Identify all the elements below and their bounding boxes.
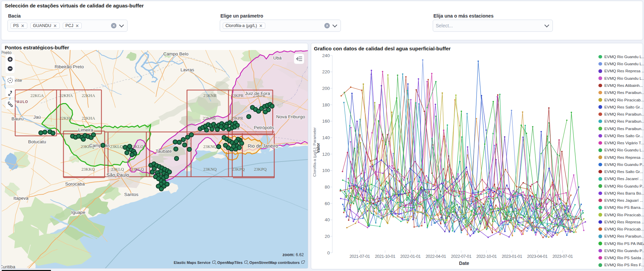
svg-text:Limeira: Limeira	[78, 127, 93, 132]
svg-text:40: 40	[325, 217, 330, 222]
svg-text:zoom: 6.62: zoom: 6.62	[283, 252, 304, 257]
svg-text:120: 120	[322, 152, 330, 157]
svg-text:220: 220	[322, 69, 330, 74]
svg-text:23KNQ: 23KNQ	[203, 144, 217, 149]
svg-text:20: 20	[325, 234, 330, 239]
svg-text:60: 60	[325, 201, 330, 206]
svg-text:Campo Belo: Campo Belo	[163, 51, 188, 56]
svg-text:23KPQ: 23KPQ	[254, 167, 267, 172]
svg-text:Juiz de Fora: Juiz de Fora	[245, 91, 270, 96]
svg-text:160: 160	[322, 119, 330, 124]
svg-text:Bauru: Bauru	[11, 116, 24, 121]
svg-text:23KPR: 23KPR	[231, 116, 243, 121]
svg-text:23KLQ: 23KLQ	[110, 144, 123, 149]
svg-text:PAULO: PAULO	[15, 100, 28, 104]
svg-text:100: 100	[322, 168, 330, 173]
svg-text:Valor: Valor	[316, 143, 321, 153]
svg-text:80: 80	[325, 184, 330, 190]
svg-text:2022-07-01: 2022-07-01	[451, 254, 472, 259]
svg-text:Ribeirão Preto: Ribeirão Preto	[55, 64, 84, 69]
svg-text:2023-04-01: 2023-04-01	[527, 254, 548, 259]
svg-text:140: 140	[322, 135, 330, 140]
svg-text:2022-01-01: 2022-01-01	[400, 254, 421, 259]
svg-text:23KNR: 23KNR	[204, 93, 217, 98]
svg-text:Botucatu: Botucatu	[28, 139, 46, 144]
svg-text:Curitiba: Curitiba	[1, 264, 16, 268]
svg-text:22KHA: 22KHA	[59, 116, 73, 121]
svg-text:Itapeva: Itapeva	[14, 196, 29, 201]
svg-text:22KGA: 22KGA	[30, 93, 44, 98]
svg-text:2023-01-01: 2023-01-01	[502, 254, 522, 259]
svg-text:0: 0	[327, 250, 330, 255]
svg-text:2021-07-01: 2021-07-01	[349, 254, 370, 259]
svg-text:2023-07-01: 2023-07-01	[553, 254, 573, 259]
svg-text:Jaú: Jaú	[33, 115, 41, 120]
svg-text:22KHA: 22KHA	[59, 93, 73, 98]
svg-text:Santos: Santos	[124, 192, 138, 197]
svg-text:200: 200	[322, 86, 330, 91]
svg-text:23KPQ: 23KPQ	[232, 167, 245, 172]
svg-text:2021-10-01: 2021-10-01	[375, 254, 396, 259]
svg-text:23KPR: 23KPR	[231, 93, 244, 98]
svg-text:Nova Friburgo: Nova Friburgo	[276, 114, 305, 119]
svg-text:São Paulo: São Paulo	[107, 172, 129, 178]
svg-text:Rio de Janeiro: Rio de Janeiro	[248, 143, 278, 149]
svg-text:240: 240	[322, 53, 330, 58]
svg-text:2022-10-01: 2022-10-01	[476, 254, 497, 259]
svg-text:Campinas: Campinas	[89, 143, 110, 148]
svg-text:Iguape: Iguape	[71, 210, 85, 215]
svg-text:22KHA: 22KHA	[82, 93, 95, 98]
svg-text:2022-04-01: 2022-04-01	[426, 254, 446, 259]
svg-text:180: 180	[322, 102, 330, 107]
svg-text:23KNQ: 23KNQ	[203, 167, 217, 172]
svg-text:Sorocaba: Sorocaba	[65, 181, 85, 187]
svg-text:Ubá: Ubá	[273, 55, 282, 60]
svg-text:22KHA: 22KHA	[82, 116, 95, 121]
svg-text:23KLQ: 23KLQ	[111, 167, 124, 172]
svg-text:23KNR: 23KNR	[203, 116, 216, 121]
svg-text:Lavras: Lavras	[181, 67, 194, 72]
svg-text:Taubaté: Taubaté	[156, 149, 172, 154]
svg-text:23KKQ: 23KKQ	[81, 167, 95, 172]
svg-text:Petrópolis: Petrópolis	[254, 125, 274, 130]
svg-text:23KLQ: 23KLQ	[131, 167, 144, 172]
